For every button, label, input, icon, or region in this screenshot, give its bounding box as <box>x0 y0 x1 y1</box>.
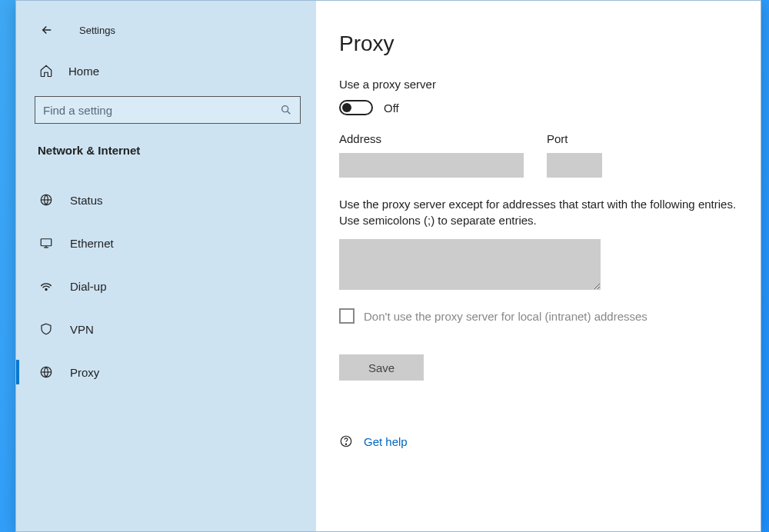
sidebar-item-label: Dial-up <box>70 280 107 293</box>
local-checkbox-row: Don't use the proxy server for local (in… <box>339 308 753 324</box>
get-help-row: Get help <box>339 434 753 448</box>
search-input[interactable] <box>43 104 280 117</box>
svg-point-6 <box>45 288 47 290</box>
sidebar-item-vpn[interactable]: VPN <box>16 308 316 351</box>
nav-list: Status Ethernet Dial-up VPN <box>16 178 316 394</box>
sidebar-item-ethernet[interactable]: Ethernet <box>16 221 316 264</box>
help-icon <box>339 434 353 448</box>
back-arrow-icon <box>40 23 54 37</box>
search-icon <box>280 104 292 116</box>
svg-rect-3 <box>41 239 52 246</box>
status-icon <box>39 193 56 207</box>
toggle-knob <box>342 103 351 112</box>
home-icon <box>39 64 56 78</box>
sidebar-item-status[interactable]: Status <box>16 178 316 221</box>
address-port-row: Address Port <box>339 132 753 178</box>
vpn-icon <box>39 322 56 336</box>
ethernet-icon <box>39 236 56 250</box>
local-checkbox[interactable] <box>339 308 355 324</box>
address-input[interactable] <box>339 153 524 178</box>
proxy-icon <box>39 365 56 379</box>
header-row: Settings <box>16 15 316 53</box>
svg-line-1 <box>288 111 291 115</box>
port-label: Port <box>547 132 602 145</box>
address-label: Address <box>339 132 524 145</box>
search-box[interactable] <box>35 96 301 124</box>
use-proxy-label: Use a proxy server <box>339 78 753 91</box>
sidebar: Settings Home Network & Internet Status <box>16 1 316 531</box>
sidebar-item-label: VPN <box>70 323 94 336</box>
get-help-link[interactable]: Get help <box>364 435 408 448</box>
exception-input[interactable] <box>339 239 601 290</box>
back-button[interactable] <box>39 22 55 38</box>
port-input[interactable] <box>547 153 602 178</box>
sidebar-item-label: Ethernet <box>70 237 114 250</box>
local-checkbox-label: Don't use the proxy server for local (in… <box>364 310 647 323</box>
category-title: Network & Internet <box>16 138 316 163</box>
svg-point-0 <box>282 106 288 112</box>
page-title: Proxy <box>339 32 753 56</box>
sidebar-item-label: Status <box>70 194 103 207</box>
save-button[interactable]: Save <box>339 354 424 381</box>
app-title: Settings <box>79 25 115 36</box>
sidebar-item-dialup[interactable]: Dial-up <box>16 264 316 308</box>
proxy-toggle[interactable] <box>339 100 373 115</box>
svg-point-10 <box>345 444 346 444</box>
toggle-state-label: Off <box>384 101 399 115</box>
dialup-icon <box>39 279 56 293</box>
proxy-toggle-row: Off <box>339 100 753 115</box>
content-area: Proxy Use a proxy server Off Address Por… <box>316 1 761 531</box>
exception-help-text: Use the proxy server except for addresse… <box>339 196 739 228</box>
settings-window: Settings Home Network & Internet Status <box>15 0 761 532</box>
sidebar-item-proxy[interactable]: Proxy <box>16 351 316 394</box>
home-label: Home <box>68 65 99 78</box>
sidebar-home[interactable]: Home <box>16 53 316 88</box>
sidebar-item-label: Proxy <box>70 366 99 379</box>
